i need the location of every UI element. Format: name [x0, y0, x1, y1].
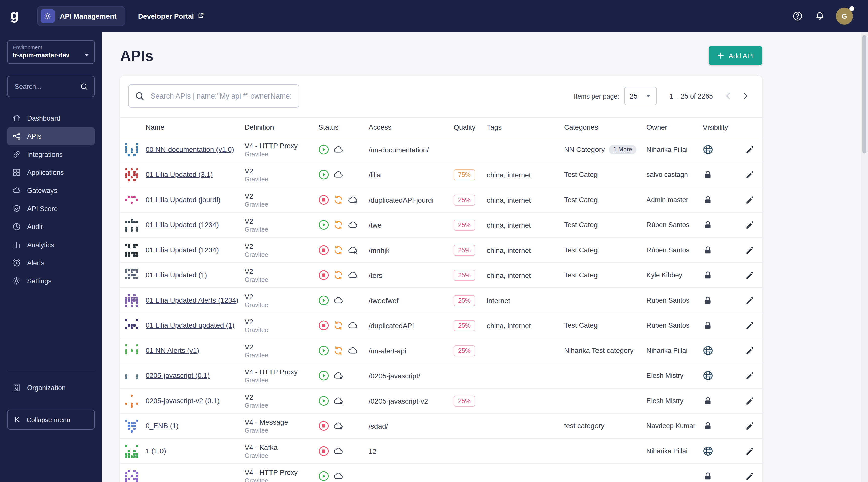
api-definition: V2 — [245, 318, 318, 326]
api-name-link[interactable]: 01 NN Alerts (v1) — [146, 346, 203, 355]
sidebar-item-api-score[interactable]: API Score — [7, 200, 95, 218]
quality-badge: 25% — [454, 295, 475, 306]
api-name-link[interactable]: 0_ENB (1) — [146, 421, 183, 431]
add-api-label: Add API — [728, 52, 754, 60]
edit-api-button[interactable] — [745, 170, 762, 180]
api-name-link[interactable]: 1 (1.0) — [146, 446, 170, 456]
api-owner: Kyle Kibbey — [647, 271, 703, 279]
api-name-link[interactable]: 01 Lilia Updated Alerts (1234) — [146, 296, 242, 305]
api-list-card: Items per page: 25 1 – 25 of 2265 — [120, 76, 762, 482]
developer-portal-label: Developer Portal — [138, 12, 194, 20]
pagination-next-button[interactable] — [737, 87, 754, 104]
edit-api-button[interactable] — [745, 295, 762, 305]
api-owner: Navdeep Kumar — [647, 421, 703, 430]
gravitee-logo[interactable]: g — [10, 7, 28, 23]
column-header-access: Access — [369, 123, 454, 131]
edit-api-button[interactable] — [745, 345, 762, 356]
api-owner: Elesh Mistry — [647, 371, 703, 380]
api-definition: V4 - HTTP Proxy — [245, 368, 318, 376]
scrollbar-thumb[interactable] — [863, 35, 867, 153]
topbar: g API Management Developer Portal G — [0, 0, 868, 32]
api-picture — [125, 143, 138, 156]
edit-api-button[interactable] — [745, 195, 762, 205]
sidebar-item-integrations[interactable]: Integrations — [7, 145, 95, 163]
edit-api-button[interactable] — [745, 396, 762, 406]
user-avatar[interactable]: G — [836, 7, 853, 25]
status-cloud-icon — [348, 321, 359, 330]
add-api-button[interactable]: Add API — [709, 46, 762, 65]
edit-api-button[interactable] — [745, 446, 762, 456]
developer-portal-link[interactable]: Developer Portal — [138, 12, 205, 20]
edit-api-button[interactable] — [745, 321, 762, 330]
collapse-menu-button[interactable]: Collapse menu — [7, 410, 95, 430]
sidebar-search-input[interactable] — [13, 82, 76, 91]
lock-icon — [703, 195, 745, 205]
api-status — [318, 144, 369, 155]
notifications-bell-button[interactable] — [814, 10, 826, 22]
gateways-icon — [12, 186, 21, 195]
collapse-icon — [13, 416, 22, 424]
column-header-name: Name — [146, 123, 245, 131]
lock-icon — [703, 245, 745, 255]
items-per-page-select[interactable]: 25 — [624, 87, 656, 105]
api-management-switcher[interactable]: API Management — [37, 6, 125, 26]
api-name-link[interactable]: 01 Lilia Updated (jourdi) — [146, 195, 224, 205]
api-name-link[interactable]: 01 Lilia Updated (1234) — [146, 245, 223, 255]
table-header: Name Definition Status Access Quality Ta… — [120, 117, 762, 137]
help-button[interactable] — [792, 10, 804, 22]
sidebar-item-applications[interactable]: Applications — [7, 163, 95, 181]
status-play-icon — [318, 144, 329, 155]
sidebar-item-label: Analytics — [27, 241, 54, 248]
status-cloud-x-icon — [348, 245, 359, 255]
edit-api-button[interactable] — [745, 421, 762, 431]
api-definition-origin: Gravitee — [245, 452, 318, 459]
table-row: V4 - HTTP ProxyGravitee — [120, 464, 762, 482]
api-categories: Test Categ — [564, 170, 647, 179]
api-name-link[interactable]: 0205-javascript (0.1) — [146, 371, 214, 381]
api-definition: V2 — [245, 242, 318, 250]
api-name-link[interactable]: 01 Lilia Updated (3.1) — [146, 170, 217, 179]
quality-badge: 25% — [454, 194, 475, 205]
sidebar-item-audit[interactable]: Audit — [7, 218, 95, 236]
edit-api-button[interactable] — [745, 471, 762, 481]
environment-selector[interactable]: Environment fr-apim-master-dev — [7, 40, 95, 64]
sidebar-item-settings[interactable]: Settings — [7, 272, 95, 290]
api-picture — [125, 294, 138, 307]
sidebar-item-alerts[interactable]: Alerts — [7, 254, 95, 272]
edit-api-button[interactable] — [745, 245, 762, 255]
api-search-input[interactable] — [150, 91, 293, 100]
sidebar-item-dashboard[interactable]: Dashboard — [7, 109, 95, 127]
table-row: 0205-javascript-v2 (0.1)V2Gravitee/0205-… — [120, 389, 762, 414]
api-definition-origin: Gravitee — [245, 477, 318, 482]
category-label: Test Categ — [564, 271, 598, 280]
edit-api-button[interactable] — [745, 220, 762, 230]
category-more-badge[interactable]: 1 More — [609, 145, 637, 154]
home-icon — [12, 114, 21, 123]
edit-api-button[interactable] — [745, 270, 762, 280]
sidebar-item-organization[interactable]: Organization — [7, 379, 95, 397]
sidebar-item-gateways[interactable]: Gateways — [7, 181, 95, 200]
quality-badge: 25% — [454, 270, 475, 281]
status-cloud-x-icon — [333, 421, 344, 431]
edit-api-button[interactable] — [745, 145, 762, 155]
api-score-icon — [12, 204, 21, 213]
globe-icon — [703, 446, 745, 456]
lock-icon — [703, 170, 745, 180]
pagination-prev-button[interactable] — [720, 87, 737, 104]
table-row: 01 Lilia Updated (1234)V2Gravitee/mnhjk2… — [120, 238, 762, 263]
api-name-link[interactable]: 0205-javascript-v2 (0.1) — [146, 396, 223, 405]
sidebar-item-apis[interactable]: APIs — [7, 127, 95, 145]
status-stop-icon — [318, 245, 329, 255]
api-name-link[interactable]: 00 NN-documentation (v1.0) — [146, 145, 238, 154]
api-access: /nn-alert-api — [369, 347, 454, 355]
sidebar-item-analytics[interactable]: Analytics — [7, 236, 95, 254]
api-table: Name Definition Status Access Quality Ta… — [120, 117, 762, 482]
edit-api-button[interactable] — [745, 371, 762, 381]
category-label: Test Categ — [564, 321, 598, 330]
status-stop-icon — [318, 421, 329, 431]
api-definition-origin: Gravitee — [245, 276, 318, 283]
items-per-page-value: 25 — [630, 92, 638, 100]
api-name-link[interactable]: 01 Lilia Updated (1) — [146, 270, 211, 280]
api-name-link[interactable]: 01 Lilia Updated updated (1) — [146, 321, 238, 330]
api-name-link[interactable]: 01 Lilia Updated (1234) — [146, 220, 223, 230]
